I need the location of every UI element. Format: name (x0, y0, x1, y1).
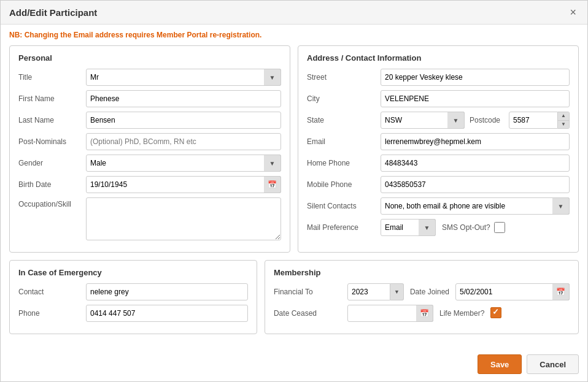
warning-prefix: NB: (9, 31, 22, 39)
occupation-row: Occupation/Skill (18, 197, 281, 240)
city-label: City (307, 94, 381, 103)
email-input[interactable] (381, 133, 570, 150)
birth-date-row: Birth Date 📅 (18, 176, 281, 193)
home-phone-input[interactable] (381, 155, 570, 172)
emergency-phone-label: Phone (18, 309, 86, 318)
state-select-wrapper: NSW VIC QLD SA WA TAS NT ACT ▼ (381, 112, 465, 129)
state-label: State (307, 116, 381, 124)
dialog-header: Add/Edit Participant × (1, 1, 587, 25)
emergency-phone-row: Phone (18, 305, 248, 322)
dialog-title: Add/Edit Participant (9, 7, 97, 18)
birth-date-calendar-icon[interactable]: 📅 (264, 176, 281, 193)
mail-pref-row: Mail Preference Email Post Both ▼ SMS Op… (307, 219, 570, 236)
first-name-row: First Name (18, 90, 281, 107)
dialog-body: NB: Changing the Email address requires … (1, 25, 587, 350)
last-name-input[interactable] (86, 112, 281, 129)
membership-top-row: Financial To 2020 2021 2022 2023 2024 20… (274, 283, 570, 300)
city-row: City (307, 90, 570, 107)
title-row: Title Mr Mrs Ms Dr Prof ▼ (18, 69, 281, 86)
postcode-spinner: ▲ ▼ (558, 112, 570, 129)
close-button[interactable]: × (567, 7, 579, 18)
silent-contacts-select-wrapper: None, both email & phone are visible Ema… (381, 197, 570, 215)
birth-date-label: Birth Date (18, 180, 86, 189)
warning-message: NB: Changing the Email address requires … (9, 31, 579, 39)
date-joined-calendar-icon[interactable]: 📅 (552, 283, 570, 300)
dialog: Add/Edit Participant × NB: Changing the … (0, 0, 588, 382)
financial-to-chevron-icon: ▼ (390, 283, 404, 300)
email-row: Email (307, 133, 570, 150)
address-section: Address / Contact Information Street Cit… (298, 45, 579, 253)
silent-contacts-select[interactable]: None, both email & phone are visible Ema… (381, 197, 570, 215)
birth-date-wrapper: 📅 (86, 176, 281, 193)
last-name-row: Last Name (18, 112, 281, 129)
last-name-label: Last Name (18, 116, 86, 124)
address-section-title: Address / Contact Information (307, 53, 570, 63)
state-select[interactable]: NSW VIC QLD SA WA TAS NT ACT (381, 112, 465, 129)
post-nominals-input[interactable] (86, 133, 281, 150)
city-input[interactable] (381, 90, 570, 107)
date-ceased-label: Date Ceased (274, 309, 347, 318)
silent-contacts-row: Silent Contacts None, both email & phone… (307, 197, 570, 215)
cancel-button[interactable]: Cancel (527, 354, 579, 374)
title-select[interactable]: Mr Mrs Ms Dr Prof (86, 69, 281, 86)
membership-section-title: Membership (274, 268, 570, 277)
first-name-input[interactable] (86, 90, 281, 107)
dialog-footer: Save Cancel (1, 350, 587, 381)
birth-date-input[interactable] (86, 176, 281, 193)
post-nominals-row: Post-Nominals (18, 133, 281, 150)
postcode-label: Postcode (470, 116, 500, 124)
date-ceased-wrapper: 📅 (347, 305, 433, 322)
email-label: Email (307, 137, 381, 146)
gender-select-wrapper: Male Female Other ▼ (86, 155, 281, 172)
sms-optout-checkbox-container (494, 222, 505, 233)
street-input[interactable] (381, 69, 570, 86)
gender-label: Gender (18, 159, 86, 167)
state-postcode-controls: NSW VIC QLD SA WA TAS NT ACT ▼ Pos (381, 112, 570, 129)
emergency-phone-input[interactable] (86, 305, 248, 322)
title-select-wrapper: Mr Mrs Ms Dr Prof ▼ (86, 69, 281, 86)
postcode-increment[interactable]: ▲ (558, 112, 569, 121)
emergency-section-title: In Case of Emergency (18, 268, 248, 277)
mobile-phone-label: Mobile Phone (307, 180, 381, 189)
personal-section-title: Personal (18, 53, 281, 63)
membership-section: Membership Financial To 2020 2021 2022 2… (265, 260, 579, 334)
main-sections: Personal Title Mr Mrs Ms Dr Prof ▼ (9, 45, 579, 253)
mobile-phone-input[interactable] (381, 176, 570, 193)
mail-pref-select[interactable]: Email Post Both (381, 219, 436, 236)
occupation-input[interactable] (86, 197, 281, 240)
life-member-label: Life Member? (439, 309, 484, 318)
date-joined-label: Date Joined (410, 288, 449, 296)
life-member-checkbox-container (490, 307, 501, 320)
sms-optout-checkbox[interactable] (494, 222, 505, 233)
occupation-label: Occupation/Skill (18, 197, 86, 208)
save-button[interactable]: Save (478, 354, 522, 374)
home-phone-row: Home Phone (307, 155, 570, 172)
membership-top-controls: 2020 2021 2022 2023 2024 2025 ▼ Date Joi… (347, 283, 570, 300)
postcode-decrement[interactable]: ▼ (558, 121, 569, 129)
membership-bottom-row: Date Ceased 📅 Life Member? (274, 305, 570, 322)
financial-to-select[interactable]: 2020 2021 2022 2023 2024 2025 (347, 283, 390, 300)
first-name-label: First Name (18, 94, 86, 103)
street-label: Street (307, 73, 381, 82)
mobile-phone-row: Mobile Phone (307, 176, 570, 193)
gender-row: Gender Male Female Other ▼ (18, 155, 281, 172)
emergency-contact-row: Contact (18, 283, 248, 300)
emergency-contact-input[interactable] (86, 283, 248, 300)
postcode-input[interactable] (509, 112, 558, 129)
date-joined-wrapper: 📅 (455, 283, 570, 300)
gender-select[interactable]: Male Female Other (86, 155, 281, 172)
silent-contacts-label: Silent Contacts (307, 202, 381, 210)
street-row: Street (307, 69, 570, 86)
mail-pref-label: Mail Preference (307, 223, 381, 232)
sms-optout-label: SMS Opt-Out? (442, 223, 490, 232)
bottom-sections: In Case of Emergency Contact Phone Membe… (9, 260, 579, 334)
date-ceased-calendar-icon[interactable]: 📅 (416, 305, 433, 322)
financial-to-wrapper: 2020 2021 2022 2023 2024 2025 ▼ (347, 283, 404, 300)
post-nominals-label: Post-Nominals (18, 137, 86, 146)
mail-pref-select-wrapper: Email Post Both ▼ (381, 219, 436, 236)
emergency-contact-label: Contact (18, 288, 86, 296)
emergency-section: In Case of Emergency Contact Phone (9, 260, 257, 334)
warning-text: Changing the Email address requires Memb… (22, 31, 261, 39)
life-member-checkbox[interactable] (490, 307, 501, 318)
mail-pref-controls: Email Post Both ▼ SMS Opt-Out? (381, 219, 570, 236)
